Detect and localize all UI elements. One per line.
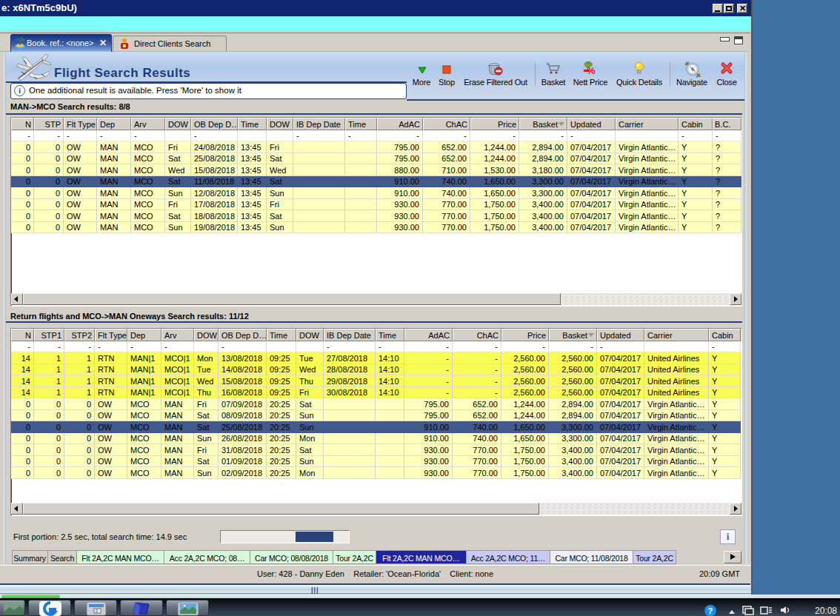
svg-text:?: ?: [708, 606, 713, 615]
